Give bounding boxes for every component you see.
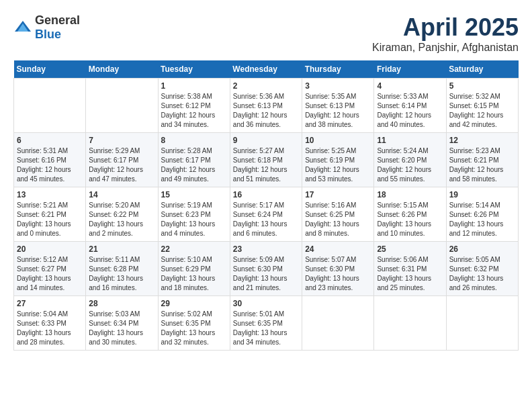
day-number: 1 <box>161 81 227 91</box>
daylight-text: Daylight: 12 hours and 49 minutes. <box>161 166 216 183</box>
sunset-text: Sunset: 6:32 PM <box>449 265 499 273</box>
sunrise-text: Sunrise: 5:12 AM <box>17 256 68 263</box>
sunrise-text: Sunrise: 5:20 AM <box>89 201 140 209</box>
calendar-cell: 14Sunrise: 5:20 AMSunset: 6:22 PMDayligh… <box>86 187 158 242</box>
sunrise-text: Sunrise: 5:27 AM <box>233 147 284 154</box>
calendar-cell: 30Sunrise: 5:01 AMSunset: 6:35 PMDayligh… <box>230 296 302 351</box>
cell-details: Sunrise: 5:12 AMSunset: 6:27 PMDaylight:… <box>17 255 83 293</box>
daylight-text: Daylight: 12 hours and 55 minutes. <box>377 166 431 183</box>
sunrise-text: Sunrise: 5:07 AM <box>305 256 356 263</box>
daylight-text: Daylight: 13 hours and 21 minutes. <box>233 275 287 291</box>
daylight-text: Daylight: 13 hours and 32 minutes. <box>161 329 216 346</box>
cell-details: Sunrise: 5:24 AMSunset: 6:20 PMDaylight:… <box>377 146 443 184</box>
daylight-text: Daylight: 13 hours and 6 minutes. <box>233 220 287 237</box>
day-number: 18 <box>377 190 443 199</box>
daylight-text: Daylight: 12 hours and 53 minutes. <box>305 166 359 183</box>
calendar-cell <box>302 296 374 351</box>
cell-details: Sunrise: 5:29 AMSunset: 6:17 PMDaylight:… <box>89 146 154 184</box>
cell-details: Sunrise: 5:25 AMSunset: 6:19 PMDaylight:… <box>305 146 371 184</box>
day-number: 2 <box>233 81 299 91</box>
daylight-text: Daylight: 12 hours and 40 minutes. <box>377 111 431 128</box>
sunset-text: Sunset: 6:24 PM <box>233 211 283 218</box>
calendar-cell: 5Sunrise: 5:32 AMSunset: 6:15 PMDaylight… <box>446 79 518 133</box>
daylight-text: Daylight: 13 hours and 16 minutes. <box>89 275 143 291</box>
cell-details: Sunrise: 5:14 AMSunset: 6:26 PMDaylight:… <box>449 201 515 238</box>
day-number: 5 <box>449 81 515 91</box>
sunset-text: Sunset: 6:15 PM <box>449 102 499 109</box>
cell-details: Sunrise: 5:17 AMSunset: 6:24 PMDaylight:… <box>233 201 299 238</box>
calendar-cell: 7Sunrise: 5:29 AMSunset: 6:17 PMDaylight… <box>86 133 158 187</box>
calendar-cell: 15Sunrise: 5:19 AMSunset: 6:23 PMDayligh… <box>158 187 230 242</box>
day-number: 8 <box>161 136 227 145</box>
day-number: 17 <box>305 190 371 199</box>
sunset-text: Sunset: 6:30 PM <box>233 265 283 273</box>
day-number: 20 <box>17 244 83 254</box>
day-number: 6 <box>17 136 83 145</box>
main-title: April 2025 <box>372 13 519 42</box>
day-number: 22 <box>161 244 227 254</box>
cell-details: Sunrise: 5:05 AMSunset: 6:32 PMDaylight:… <box>449 255 515 293</box>
sunrise-text: Sunrise: 5:31 AM <box>17 147 68 154</box>
daylight-text: Daylight: 13 hours and 8 minutes. <box>305 220 359 237</box>
day-number: 23 <box>233 244 299 254</box>
daylight-text: Daylight: 13 hours and 26 minutes. <box>449 275 504 291</box>
sunrise-text: Sunrise: 5:36 AM <box>233 93 284 100</box>
sunset-text: Sunset: 6:25 PM <box>305 211 355 218</box>
day-number: 11 <box>377 136 443 145</box>
week-row-2: 6Sunrise: 5:31 AMSunset: 6:16 PMDaylight… <box>14 133 519 187</box>
cell-details: Sunrise: 5:33 AMSunset: 6:14 PMDaylight:… <box>377 92 443 130</box>
daylight-text: Daylight: 12 hours and 36 minutes. <box>233 111 287 128</box>
calendar-cell: 29Sunrise: 5:02 AMSunset: 6:35 PMDayligh… <box>158 296 230 351</box>
cell-details: Sunrise: 5:09 AMSunset: 6:30 PMDaylight:… <box>233 255 299 293</box>
sunset-text: Sunset: 6:34 PM <box>89 320 138 327</box>
sunrise-text: Sunrise: 5:09 AM <box>233 256 284 263</box>
week-row-5: 27Sunrise: 5:04 AMSunset: 6:33 PMDayligh… <box>14 296 519 351</box>
col-header-thursday: Thursday <box>302 60 374 79</box>
sunset-text: Sunset: 6:16 PM <box>17 156 66 164</box>
col-header-tuesday: Tuesday <box>158 60 230 79</box>
cell-details: Sunrise: 5:19 AMSunset: 6:23 PMDaylight:… <box>161 201 227 238</box>
calendar-cell <box>446 296 518 351</box>
calendar-cell: 11Sunrise: 5:24 AMSunset: 6:20 PMDayligh… <box>374 133 446 187</box>
daylight-text: Daylight: 13 hours and 23 minutes. <box>305 275 359 291</box>
calendar-cell: 3Sunrise: 5:35 AMSunset: 6:13 PMDaylight… <box>302 79 374 133</box>
cell-details: Sunrise: 5:38 AMSunset: 6:12 PMDaylight:… <box>161 92 227 130</box>
daylight-text: Daylight: 13 hours and 25 minutes. <box>377 275 431 291</box>
calendar-cell: 24Sunrise: 5:07 AMSunset: 6:30 PMDayligh… <box>302 242 374 296</box>
sunset-text: Sunset: 6:23 PM <box>161 211 211 218</box>
sunrise-text: Sunrise: 5:28 AM <box>161 147 212 154</box>
sunrise-text: Sunrise: 5:23 AM <box>449 147 500 154</box>
col-header-friday: Friday <box>374 60 446 79</box>
subtitle: Kiraman, Panjshir, Afghanistan <box>372 42 519 54</box>
sunrise-text: Sunrise: 5:15 AM <box>377 201 428 209</box>
cell-details: Sunrise: 5:04 AMSunset: 6:33 PMDaylight:… <box>17 310 83 347</box>
daylight-text: Daylight: 13 hours and 12 minutes. <box>449 220 504 237</box>
week-row-3: 13Sunrise: 5:21 AMSunset: 6:21 PMDayligh… <box>14 187 519 242</box>
day-number: 30 <box>233 299 299 308</box>
calendar-cell: 17Sunrise: 5:16 AMSunset: 6:25 PMDayligh… <box>302 187 374 242</box>
daylight-text: Daylight: 13 hours and 34 minutes. <box>233 329 287 346</box>
sunset-text: Sunset: 6:21 PM <box>17 211 66 218</box>
logo-blue: Blue <box>35 28 61 41</box>
cell-details: Sunrise: 5:28 AMSunset: 6:17 PMDaylight:… <box>161 146 227 184</box>
sunrise-text: Sunrise: 5:16 AM <box>305 201 356 209</box>
day-number: 29 <box>161 299 227 308</box>
day-number: 28 <box>89 299 154 308</box>
daylight-text: Daylight: 13 hours and 10 minutes. <box>377 220 431 237</box>
cell-details: Sunrise: 5:07 AMSunset: 6:30 PMDaylight:… <box>305 255 371 293</box>
daylight-text: Daylight: 13 hours and 28 minutes. <box>17 329 71 346</box>
sunrise-text: Sunrise: 5:32 AM <box>449 93 500 100</box>
calendar-cell: 26Sunrise: 5:05 AMSunset: 6:32 PMDayligh… <box>446 242 518 296</box>
daylight-text: Daylight: 13 hours and 18 minutes. <box>161 275 216 291</box>
sunrise-text: Sunrise: 5:21 AM <box>17 201 68 209</box>
sunset-text: Sunset: 6:31 PM <box>377 265 427 273</box>
cell-details: Sunrise: 5:36 AMSunset: 6:13 PMDaylight:… <box>233 92 299 130</box>
day-number: 24 <box>305 244 371 254</box>
calendar-cell <box>86 79 158 133</box>
calendar-table: SundayMondayTuesdayWednesdayThursdayFrid… <box>13 60 519 351</box>
daylight-text: Daylight: 13 hours and 14 minutes. <box>17 275 71 291</box>
daylight-text: Daylight: 12 hours and 42 minutes. <box>449 111 504 128</box>
calendar-cell: 10Sunrise: 5:25 AMSunset: 6:19 PMDayligh… <box>302 133 374 187</box>
cell-details: Sunrise: 5:02 AMSunset: 6:35 PMDaylight:… <box>161 310 227 347</box>
sunrise-text: Sunrise: 5:03 AM <box>89 310 140 318</box>
